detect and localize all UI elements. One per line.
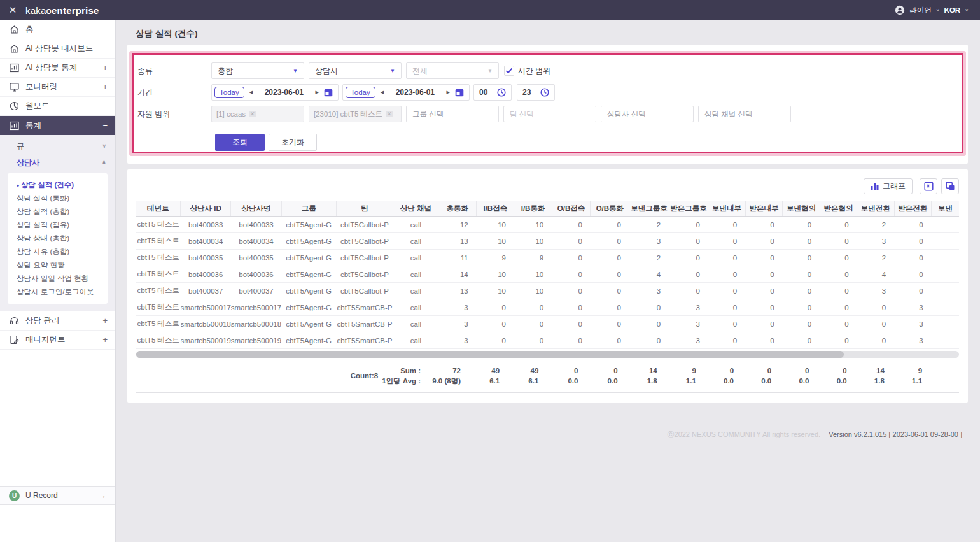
column-header[interactable]: 상담 채널 <box>393 201 438 217</box>
column-header[interactable]: 보낸전환 <box>857 201 894 217</box>
search-button[interactable]: 조회 <box>215 134 265 151</box>
submenu-subitem[interactable]: 상담사 로그인/로그아웃 <box>8 285 108 299</box>
table-cell: cbtT5 테스트 <box>136 266 181 283</box>
column-header[interactable]: 상담사명 <box>231 201 281 217</box>
submenu-item[interactable]: 상담사∧ <box>0 154 115 171</box>
reset-button[interactable]: 초기화 <box>269 134 317 151</box>
submenu-subitem[interactable]: 상담 상태 (총합) <box>8 232 108 245</box>
column-header[interactable]: 받은협의 <box>820 201 857 217</box>
next-day-icon[interactable]: ▶ <box>442 90 455 95</box>
submenu-subitem[interactable]: 상담 사유 (총합) <box>8 245 108 259</box>
table-cell: 0 <box>591 283 629 299</box>
table-row[interactable]: cbtT5 테스트bot400034bot400034cbtT5Agent-Gc… <box>136 233 959 250</box>
time-range-checkbox[interactable]: 시간 범위 <box>504 66 550 76</box>
expander-icon[interactable]: − <box>102 121 108 131</box>
submenu-subitem[interactable]: •상담 실적 (건수) <box>8 178 108 192</box>
calendar-icon[interactable] <box>324 88 333 97</box>
chevron-down-icon: ▼ <box>293 68 298 74</box>
column-header[interactable]: O/B접속 <box>552 201 591 217</box>
user-avatar-icon[interactable] <box>895 5 905 15</box>
column-header[interactable]: I/B접속 <box>477 201 514 217</box>
table-cell: 10 <box>477 217 514 233</box>
date-to-value[interactable]: 2023-06-01 <box>389 88 442 97</box>
hour-to-picker[interactable]: 23 <box>517 84 555 101</box>
table-cell: 0 <box>669 250 708 266</box>
submenu-subitem[interactable]: 상담 실적 (점유) <box>8 218 108 232</box>
column-header[interactable]: 팀 <box>336 201 393 217</box>
sidebar-item-monitor[interactable]: 모니터링+ <box>0 78 115 97</box>
column-header[interactable]: 보낸 <box>932 201 959 217</box>
table-cell: 4 <box>629 266 669 283</box>
graph-button[interactable]: 그래프 <box>864 178 913 194</box>
chevron-down-icon[interactable]: ∨ <box>936 8 940 12</box>
table-cell: 0 <box>745 299 782 316</box>
column-header[interactable]: 상담사 ID <box>181 201 231 217</box>
close-icon[interactable]: ✕ <box>0 4 25 16</box>
agent-select-input[interactable] <box>601 106 694 122</box>
table-row[interactable]: cbtT5 테스트bot400036bot400036cbtT5Agent-Gc… <box>136 266 959 283</box>
column-header[interactable]: 받은그룹호 <box>669 201 708 217</box>
table-cell: cbtT5SmartCB-P <box>336 299 393 316</box>
sidebar-item-chart[interactable]: AI 상담봇 통계+ <box>0 59 115 78</box>
table-cell: 10 <box>477 266 514 283</box>
scrollbar-thumb[interactable] <box>136 351 844 358</box>
expander-icon[interactable]: + <box>102 316 108 325</box>
submenu-subitem[interactable]: 상담 실적 (통화) <box>8 192 108 205</box>
table-row[interactable]: cbtT5 테스트smartcb500019smartcb500019cbtT5… <box>136 332 959 349</box>
column-header[interactable]: 보낸내부 <box>708 201 745 217</box>
table-row[interactable]: cbtT5 테스트smartcb500017smartcb500017cbtT5… <box>136 299 959 316</box>
column-header[interactable]: 테넌트 <box>136 201 181 217</box>
table-row[interactable]: cbtT5 테스트bot400035bot400035cbtT5Agent-Gc… <box>136 250 959 266</box>
chevron-down-icon[interactable]: ∨ <box>965 8 969 12</box>
column-header[interactable]: 보낸그룹호 <box>629 201 669 217</box>
column-header[interactable]: O/B통화 <box>591 201 629 217</box>
column-header[interactable]: I/B통화 <box>514 201 552 217</box>
table-row[interactable]: cbtT5 테스트bot400037bot400037cbtT5Agent-Gc… <box>136 283 959 299</box>
sidebar-item-headset[interactable]: 상담 관리+ <box>0 311 115 331</box>
chevron-down-icon: ▼ <box>390 68 395 74</box>
prev-day-icon[interactable]: ◀ <box>375 90 389 95</box>
table-row[interactable]: cbtT5 테스트smartcb500018smartcb500018cbtT5… <box>136 316 959 332</box>
calendar-icon[interactable] <box>455 88 464 97</box>
date-from-value[interactable]: 2023-06-01 <box>258 88 311 97</box>
user-name[interactable]: 라이언 <box>909 6 932 15</box>
submenu-subitem[interactable]: 상담 요약 현황 <box>8 259 108 272</box>
column-header[interactable]: 받은전환 <box>894 201 931 217</box>
expander-icon[interactable]: + <box>102 335 108 345</box>
table-cell: 0 <box>783 217 820 233</box>
expander-icon[interactable]: + <box>102 82 108 92</box>
hour-from-picker[interactable]: 00 <box>473 84 512 101</box>
sidebar-item-management[interactable]: 매니지먼트+ <box>0 331 115 350</box>
submenu-subitem[interactable]: 상담사 일일 작업 현황 <box>8 272 108 285</box>
sidebar-item-dashboard[interactable]: AI 상담봇 대시보드 <box>0 39 115 59</box>
summary-cell: 729.0 (8명) <box>429 359 469 392</box>
table-cell: bot400037 <box>231 283 281 299</box>
column-header[interactable]: 받은내부 <box>745 201 782 217</box>
sidebar-item-u-record[interactable]: U U Record → <box>0 486 115 505</box>
column-header[interactable]: 총통화 <box>438 201 477 217</box>
prev-day-icon[interactable]: ◀ <box>244 90 258 95</box>
column-header[interactable]: 보낸협의 <box>783 201 820 217</box>
horizontal-scrollbar[interactable] <box>136 351 959 358</box>
sidebar-item-pie[interactable]: 월보드 <box>0 97 115 116</box>
language-selector[interactable]: KOR <box>944 6 961 14</box>
copy-button[interactable] <box>941 178 959 194</box>
today-button[interactable]: Today <box>346 87 375 98</box>
kind-select[interactable]: 총합 ▼ <box>211 62 304 79</box>
table-cell: 0 <box>552 233 591 250</box>
sidebar-item-chart[interactable]: 통계− <box>0 116 115 135</box>
target-select[interactable]: 상담사 ▼ <box>309 62 402 79</box>
submenu-item[interactable]: 큐∨ <box>0 138 115 154</box>
today-button[interactable]: Today <box>214 87 244 98</box>
sidebar-item-home[interactable]: 홈 <box>0 20 115 39</box>
channel-select-input[interactable] <box>698 106 791 122</box>
group-select-input[interactable] <box>406 106 499 122</box>
expander-icon[interactable]: + <box>102 63 108 73</box>
hour-to-value: 23 <box>522 88 531 97</box>
excel-export-button[interactable] <box>920 178 937 194</box>
submenu-subitem[interactable]: 상담 실적 (총합) <box>8 205 108 218</box>
column-header[interactable]: 그룹 <box>281 201 336 217</box>
table-row[interactable]: cbtT5 테스트bot400033bot400033cbtT5Agent-Gc… <box>136 217 959 233</box>
next-day-icon[interactable]: ▶ <box>311 90 324 95</box>
summary-table: Count:8Sum :1인당 Avg :729.0 (8명)496.1496.… <box>136 359 959 392</box>
